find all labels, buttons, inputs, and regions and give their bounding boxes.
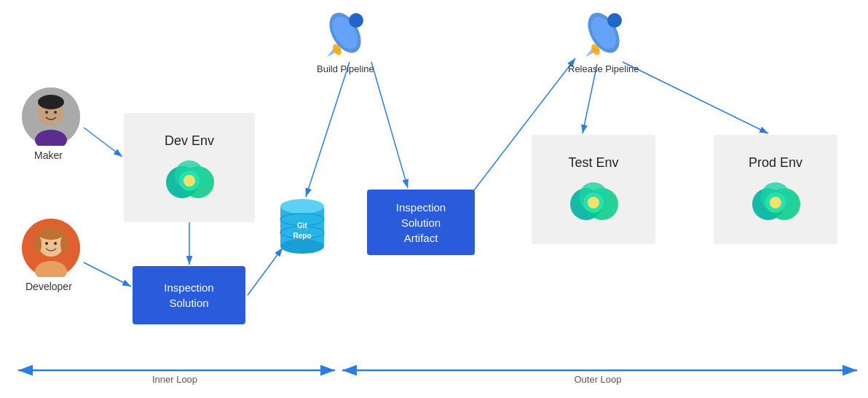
- build-pipeline-label: Build Pipeline: [317, 63, 374, 74]
- maker-avatar: [22, 87, 80, 146]
- svg-line-9: [371, 62, 408, 188]
- outer-loop-label: Outer Loop: [339, 374, 857, 385]
- svg-point-26: [60, 235, 68, 253]
- inspection-artifact-box: InspectionSolutionArtifact: [367, 190, 475, 255]
- svg-point-58: [607, 13, 622, 28]
- svg-point-28: [54, 242, 57, 245]
- inspection-solution-box: InspectionSolution: [133, 266, 245, 324]
- svg-point-38: [588, 197, 599, 208]
- release-pipeline: Release Pipeline: [568, 7, 639, 74]
- svg-point-53: [349, 13, 363, 28]
- developer-label: Developer: [25, 281, 72, 292]
- svg-point-33: [184, 175, 195, 187]
- svg-point-43: [770, 197, 781, 208]
- git-repo: Git Repo: [277, 193, 328, 259]
- prod-env-label: Prod Env: [749, 155, 802, 171]
- svg-line-10: [583, 64, 597, 133]
- svg-point-45: [280, 199, 324, 214]
- test-env-box: Test Env: [532, 135, 655, 244]
- test-env-label: Test Env: [568, 155, 618, 171]
- release-pipeline-label: Release Pipeline: [568, 63, 639, 74]
- svg-line-5: [84, 262, 131, 286]
- diagram: Maker Developer Dev Env: [0, 0, 868, 398]
- svg-point-18: [38, 95, 64, 109]
- dev-env-box: Dev Env: [124, 113, 255, 222]
- svg-point-20: [54, 111, 57, 114]
- svg-text:Repo: Repo: [293, 232, 312, 240]
- developer-avatar: [22, 219, 80, 277]
- prod-env-box: Prod Env: [714, 135, 837, 244]
- svg-point-19: [45, 111, 48, 114]
- svg-line-4: [84, 128, 122, 157]
- build-pipeline: Build Pipeline: [317, 7, 374, 74]
- maker-label: Maker: [34, 149, 63, 161]
- svg-point-24: [38, 227, 64, 240]
- svg-point-25: [34, 235, 42, 253]
- svg-line-11: [623, 62, 768, 133]
- inner-loop-label: Inner Loop: [11, 374, 339, 385]
- svg-text:Git: Git: [297, 222, 308, 230]
- dev-env-label: Dev Env: [165, 133, 214, 149]
- svg-line-8: [306, 62, 350, 197]
- svg-point-46: [280, 239, 324, 254]
- svg-point-27: [45, 242, 48, 245]
